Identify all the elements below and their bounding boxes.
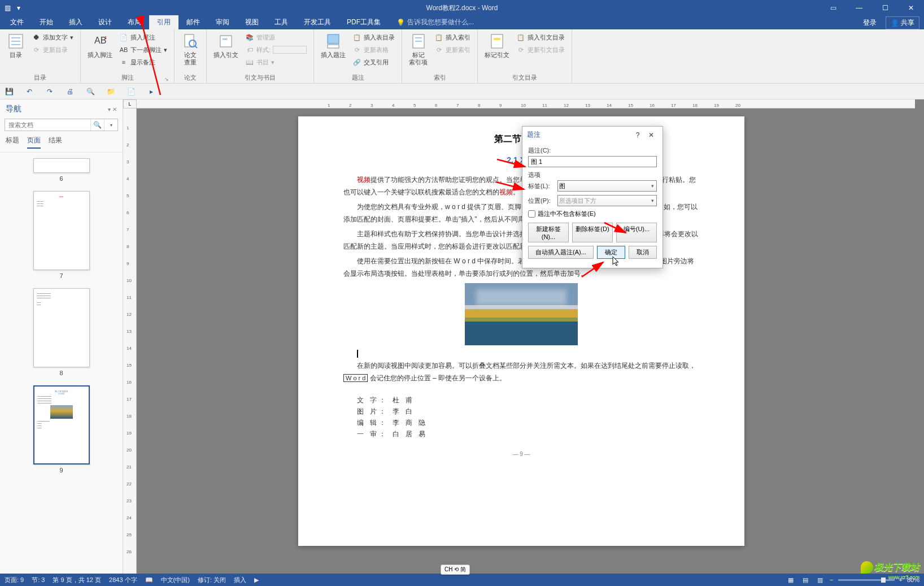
cancel-button[interactable]: 取消 (629, 246, 657, 259)
numbering-button[interactable]: 编号(U)... (616, 223, 657, 242)
tab-tools[interactable]: 工具 (267, 15, 296, 29)
mark-index-button[interactable]: 标记 索引项 (407, 31, 430, 67)
zoom-slider[interactable] (838, 579, 895, 581)
addtext-icon: 🞦 (32, 33, 41, 42)
status-page[interactable]: 页面: 9 (5, 576, 24, 584)
insert-caption-button[interactable]: 插入题注 (319, 31, 348, 60)
status-spellcheck[interactable]: 📖 (145, 576, 153, 584)
update-toc-button[interactable]: ⟳更新目录 (29, 44, 76, 56)
horizontal-ruler[interactable]: 1234567891011121314151617181920 (137, 99, 915, 108)
bibliography-button[interactable]: 📖书目 ▾ (243, 56, 309, 68)
style-dropdown[interactable]: 🏷样式: (243, 44, 309, 56)
update-index-button[interactable]: ⟳更新索引 (432, 44, 473, 56)
tab-view[interactable]: 视图 (237, 15, 267, 29)
status-words[interactable]: 2843 个字 (109, 576, 137, 584)
tab-developer[interactable]: 开发工具 (296, 15, 339, 29)
ok-button[interactable]: 确定 (597, 246, 625, 259)
status-lang[interactable]: 中文(中国) (161, 576, 190, 584)
navtab-result[interactable]: 结果 (49, 136, 62, 149)
footnote-dialog-launcher[interactable]: ↘ (164, 76, 169, 82)
status-section[interactable]: 节: 3 (32, 576, 45, 584)
print-button[interactable]: 🖨 (64, 86, 76, 97)
tab-pdf[interactable]: PDF工具集 (339, 15, 389, 29)
tell-me-search[interactable]: 💡 告诉我您想要做什么... (389, 15, 482, 29)
undo-button[interactable]: ↶ (24, 86, 35, 97)
insert-endnote-button[interactable]: 📄插入尾注 (117, 31, 169, 44)
maximize-button[interactable]: ☐ (872, 0, 898, 16)
caption-input[interactable] (528, 156, 657, 167)
doc-image[interactable] (465, 283, 578, 345)
position-dropdown[interactable]: 所选项目下方▾ (557, 195, 657, 206)
close-button[interactable]: ✕ (898, 0, 924, 16)
search-dropdown-icon[interactable]: ▾ (104, 119, 117, 131)
autosave-icon[interactable]: ▥ (5, 4, 12, 12)
mark-citation-button[interactable]: 标记引文 (482, 31, 512, 60)
thumb-page-7[interactable]: ===≡≡≡ ≡≡≡≡≡≡ ≡≡≡≡≡≡ ≡≡≡ 7 (28, 191, 95, 279)
auto-insert-caption-button[interactable]: 自动插入题注(A)... (528, 246, 594, 259)
update-table-button[interactable]: ⟳更新表格 (350, 44, 397, 56)
tab-selector[interactable]: L (123, 99, 137, 108)
dialog-help-button[interactable]: ? (631, 131, 644, 139)
tab-insert[interactable]: 插入 (61, 15, 90, 29)
insert-index-button[interactable]: 📋插入索引 (432, 31, 473, 44)
nav-search[interactable]: 🔍 ▾ (5, 119, 118, 131)
status-macro[interactable]: ▶ (254, 576, 259, 584)
status-track[interactable]: 修订: 关闭 (198, 576, 226, 584)
tab-references[interactable]: 引用 (149, 15, 178, 29)
label-dropdown[interactable]: 图▾ (557, 180, 657, 192)
tab-design[interactable]: 设计 (90, 15, 120, 29)
add-text-button[interactable]: 🞦添加文字 ▾ (29, 31, 76, 44)
nav-pane-dropdown-icon[interactable]: ▾ ✕ (108, 106, 117, 112)
tab-mail[interactable]: 邮件 (178, 15, 208, 29)
ime-indicator[interactable]: CH ⟲ 简 (441, 565, 470, 575)
login-button[interactable]: 登录 (858, 17, 881, 29)
tab-home[interactable]: 开始 (32, 15, 61, 29)
redo-button[interactable]: ↷ (44, 86, 55, 97)
new-label-button[interactable]: 新建标签(N)... (528, 223, 569, 242)
insert-toa-button[interactable]: 📋插入引文目录 (514, 31, 567, 44)
thumbnails[interactable]: 6 ===≡≡≡ ≡≡≡≡≡≡ ≡≡≡≡≡≡ ≡≡≡ 7 ≡≡≡≡≡≡≡≡≡≡≡… (0, 153, 123, 574)
status-pageof[interactable]: 第 9 页，共 12 页 (53, 576, 101, 584)
exclude-label-checkbox[interactable] (528, 210, 535, 218)
minimize-button[interactable]: — (846, 0, 872, 16)
qat-dropdown-icon[interactable]: ▾ (17, 4, 25, 12)
plagiarism-check-button[interactable]: 论文 查重 (179, 31, 202, 67)
navtab-page[interactable]: 页面 (27, 136, 41, 149)
delete-label-button[interactable]: 删除标签(D) (572, 223, 613, 242)
manage-sources-button[interactable]: 📚管理源 (243, 31, 309, 44)
search-icon[interactable]: 🔍 (90, 119, 104, 131)
tab-layout[interactable]: 布局 (120, 15, 149, 29)
ribbon-options-icon[interactable]: ▭ (820, 0, 846, 16)
show-notes-button[interactable]: ≡显示备注 (117, 56, 169, 68)
nav-search-input[interactable] (5, 119, 90, 131)
new-button[interactable]: 📄 (125, 86, 137, 97)
vertical-ruler[interactable]: 1234567891011121314151617181920212223242… (123, 108, 137, 574)
navtab-heading[interactable]: 标题 (6, 136, 19, 149)
next-footnote-button[interactable]: AB下一条脚注 ▾ (117, 44, 169, 56)
update-toa-button[interactable]: ⟳更新引文目录 (514, 44, 567, 56)
view-macros-button[interactable]: ▸ (146, 86, 157, 97)
view-read-button[interactable]: ▦ (786, 576, 796, 584)
save-button[interactable]: 💾 (3, 86, 15, 97)
tab-file[interactable]: 文件 (2, 15, 32, 29)
view-web-button[interactable]: ▥ (815, 576, 825, 584)
open-button[interactable]: 📁 (105, 86, 116, 97)
insert-citation-button[interactable]: "" 插入引文 (211, 31, 241, 60)
toc-button[interactable]: 目录 (5, 31, 27, 60)
status-insert[interactable]: 插入 (234, 576, 246, 584)
dialog-close-button[interactable]: ✕ (644, 131, 658, 139)
insert-table-of-figures-button[interactable]: 📋插入表目录 (350, 31, 397, 44)
tab-review[interactable]: 审阅 (208, 15, 237, 29)
document-page[interactable]: 第二节 XXXX 2.1 XXX 视频提供了功能强大的方法帮助您证明您的观点。当… (298, 116, 744, 546)
view-print-button[interactable]: ▤ (800, 576, 810, 584)
thumb-page-9[interactable]: 第二节 XXXX2.1 XXX≡≡≡≡≡≡≡≡≡≡≡≡≡≡≡≡≡≡≡≡≡≡≡≡≡… (28, 385, 95, 474)
watermark: 极光下载站 www.xz7.com (861, 561, 919, 574)
zoom-out-button[interactable]: − (830, 576, 833, 583)
insert-footnote-button[interactable]: AB1 插入脚注 (85, 31, 115, 60)
svg-rect-17 (494, 38, 500, 40)
share-button[interactable]: 👤共享 (886, 16, 919, 29)
thumb-page-6[interactable]: 6 (28, 158, 95, 182)
thumb-page-8[interactable]: ≡≡≡≡≡≡≡≡≡≡≡≡≡≡≡≡≡≡≡≡≡≡≡≡≡≡≡≡≡≡≡≡≡≡≡≡≡≡≡≡… (28, 288, 95, 376)
cross-reference-button[interactable]: 🔗交叉引用 (350, 56, 397, 68)
print-preview-button[interactable]: 🔍 (85, 86, 96, 97)
